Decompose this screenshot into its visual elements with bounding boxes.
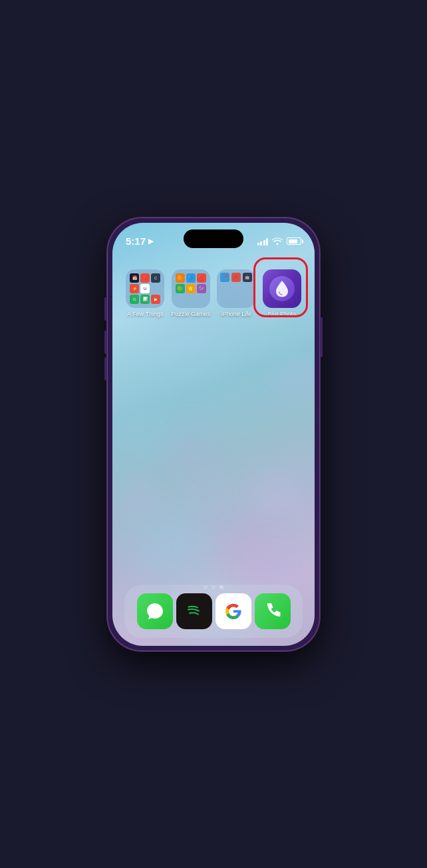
signal-icon — [257, 237, 269, 245]
dynamic-island — [184, 229, 243, 248]
phone-outer: 5:17 ▶ — [107, 217, 320, 651]
status-icons — [257, 236, 302, 247]
phone-screen: 5:17 ▶ — [112, 223, 315, 646]
app-label-a-few-things: A Few Things — [127, 311, 163, 317]
app-grid: 📅 🔴 C ⚡ U G — [112, 263, 315, 324]
app-item-a-few-things[interactable]: 📅 🔴 C ⚡ U G — [124, 269, 166, 317]
app-label-iphone-life: iPhone Life — [221, 311, 251, 317]
app-item-blur-photo[interactable]: Blur Photo — [261, 269, 303, 317]
dock — [124, 585, 303, 638]
app-item-iphone-life[interactable]: 📍 🎵 🤖 iPhone Life — [215, 269, 257, 317]
time-display: 5:17 — [126, 235, 146, 247]
location-icon: ▶ — [148, 237, 154, 245]
dock-phone[interactable] — [255, 593, 291, 629]
wifi-icon — [272, 236, 283, 247]
app-label-blur-photo: Blur Photo — [268, 311, 296, 317]
app-label-puzzle-games: Puzzle Games — [171, 311, 210, 317]
dock-google[interactable] — [215, 593, 251, 629]
app-item-puzzle-games[interactable]: 🟠 🔷 🟥 🟢 ⭐ 🔮 Puzzle Games — [170, 269, 212, 317]
dock-spotify[interactable] — [176, 593, 212, 629]
status-time-group: 5:17 ▶ — [126, 235, 154, 247]
dock-messages[interactable] — [137, 593, 173, 629]
battery-icon — [287, 237, 301, 245]
svg-point-0 — [185, 602, 204, 621]
